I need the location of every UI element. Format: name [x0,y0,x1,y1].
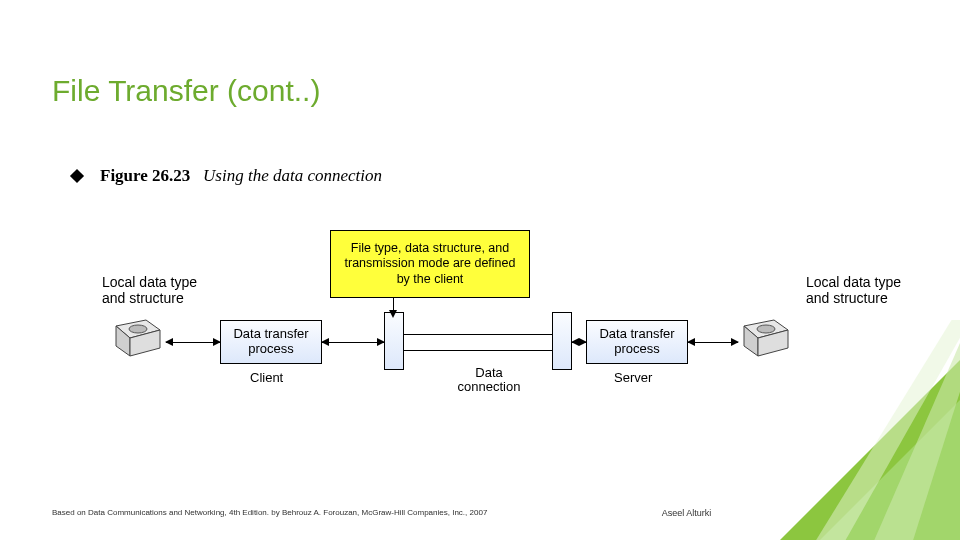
disk-icon-left [112,316,164,356]
arrow-down-icon [389,310,397,318]
conn-line [688,342,738,343]
label-client: Client [250,370,283,385]
box-data-transfer-client: Data transfer process [220,320,322,364]
conn-line [166,342,220,343]
footer-author: Aseel Alturki [662,508,712,518]
figure-bullet: Figure 26.23 Using the data connection [72,166,382,186]
svg-point-0 [129,325,147,333]
slide-title: File Transfer (cont..) [52,74,320,108]
callout-yellow: File type, data structure, and transmiss… [330,230,530,298]
box-data-transfer-server: Data transfer process [586,320,688,364]
label-local-right: Local data type and structure [806,274,926,306]
figure-label: Figure 26.23 Using the data connection [100,166,382,186]
bullet-icon [70,169,84,183]
disk-icon-right [740,316,792,356]
diagram: Local data type and structure Local data… [52,230,908,440]
label-data-connection: Data connection [449,366,529,395]
conn-line [322,342,384,343]
label-server: Server [614,370,652,385]
figure-number: Figure 26.23 [100,166,190,185]
figure-caption: Using the data connection [203,166,382,185]
label-local-left: Local data type and structure [102,274,222,306]
footer: Based on Data Communications and Network… [52,508,908,518]
port-box-right [552,312,572,370]
footer-page: 26.50 [885,508,908,518]
svg-point-1 [757,325,775,333]
port-box-left [384,312,404,370]
footer-source: Based on Data Communications and Network… [52,508,487,518]
data-conn-line [404,334,552,335]
conn-line [572,342,586,343]
data-conn-line [404,350,552,351]
slide: File Transfer (cont..) Figure 26.23 Usin… [0,0,960,540]
